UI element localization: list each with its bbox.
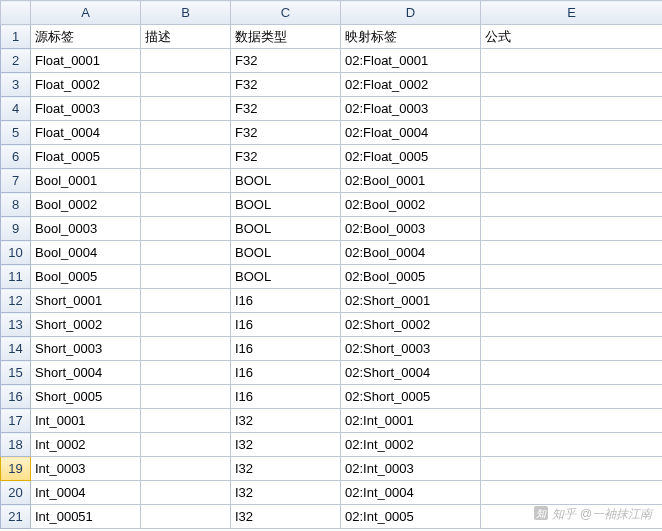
cell-C[interactable]: BOOL <box>231 193 341 217</box>
cell-D[interactable]: 02:Short_0004 <box>341 361 481 385</box>
cell-A[interactable]: Float_0001 <box>31 49 141 73</box>
row-header[interactable]: 12 <box>1 289 31 313</box>
cell-C[interactable]: BOOL <box>231 241 341 265</box>
cell-C[interactable]: I16 <box>231 361 341 385</box>
cell-E[interactable] <box>481 73 663 97</box>
cell-D[interactable]: 02:Int_0005 <box>341 505 481 529</box>
cell-D[interactable]: 02:Short_0002 <box>341 313 481 337</box>
row-header[interactable]: 4 <box>1 97 31 121</box>
cell-B[interactable] <box>141 97 231 121</box>
cell-D[interactable]: 02:Bool_0001 <box>341 169 481 193</box>
cell-E[interactable] <box>481 313 663 337</box>
cell-C[interactable]: F32 <box>231 49 341 73</box>
col-header-E[interactable]: E <box>481 1 663 25</box>
cell-E[interactable] <box>481 385 663 409</box>
cell-C[interactable]: 数据类型 <box>231 25 341 49</box>
cell-B[interactable]: 描述 <box>141 25 231 49</box>
cell-C[interactable]: BOOL <box>231 265 341 289</box>
cell-A[interactable]: Float_0004 <box>31 121 141 145</box>
cell-C[interactable]: BOOL <box>231 217 341 241</box>
cell-A[interactable]: Short_0002 <box>31 313 141 337</box>
cell-B[interactable] <box>141 193 231 217</box>
cell-E[interactable] <box>481 217 663 241</box>
cell-D[interactable]: 02:Int_0003 <box>341 457 481 481</box>
col-header-C[interactable]: C <box>231 1 341 25</box>
cell-C[interactable]: F32 <box>231 73 341 97</box>
cell-D[interactable]: 02:Bool_0003 <box>341 217 481 241</box>
cell-A[interactable]: Short_0004 <box>31 361 141 385</box>
cell-C[interactable]: I32 <box>231 409 341 433</box>
col-header-B[interactable]: B <box>141 1 231 25</box>
row-header[interactable]: 8 <box>1 193 31 217</box>
cell-C[interactable]: I32 <box>231 457 341 481</box>
cell-E[interactable] <box>481 505 663 529</box>
cell-A[interactable]: Float_0002 <box>31 73 141 97</box>
cell-B[interactable] <box>141 361 231 385</box>
cell-A[interactable]: Short_0005 <box>31 385 141 409</box>
row-header[interactable]: 6 <box>1 145 31 169</box>
cell-D[interactable]: 02:Int_0001 <box>341 409 481 433</box>
row-header[interactable]: 14 <box>1 337 31 361</box>
cell-D[interactable]: 02:Float_0005 <box>341 145 481 169</box>
row-header[interactable]: 11 <box>1 265 31 289</box>
cell-E[interactable] <box>481 97 663 121</box>
cell-C[interactable]: BOOL <box>231 169 341 193</box>
cell-B[interactable] <box>141 49 231 73</box>
cell-B[interactable] <box>141 337 231 361</box>
cell-A[interactable]: Int_0003 <box>31 457 141 481</box>
cell-B[interactable] <box>141 313 231 337</box>
col-header-A[interactable]: A <box>31 1 141 25</box>
row-header[interactable]: 9 <box>1 217 31 241</box>
cell-E[interactable]: 公式 <box>481 25 663 49</box>
row-header[interactable]: 19 <box>1 457 31 481</box>
row-header[interactable]: 3 <box>1 73 31 97</box>
cell-C[interactable]: I16 <box>231 313 341 337</box>
row-header[interactable]: 15 <box>1 361 31 385</box>
row-header[interactable]: 13 <box>1 313 31 337</box>
cell-D[interactable]: 映射标签 <box>341 25 481 49</box>
cell-C[interactable]: F32 <box>231 97 341 121</box>
cell-A[interactable]: Float_0003 <box>31 97 141 121</box>
cell-E[interactable] <box>481 169 663 193</box>
spreadsheet-grid[interactable]: A B C D E 1源标签描述数据类型映射标签公式2Float_0001F32… <box>0 0 662 529</box>
row-header[interactable]: 17 <box>1 409 31 433</box>
cell-A[interactable]: Int_00051 <box>31 505 141 529</box>
cell-D[interactable]: 02:Int_0002 <box>341 433 481 457</box>
row-header[interactable]: 21 <box>1 505 31 529</box>
cell-E[interactable] <box>481 49 663 73</box>
cell-D[interactable]: 02:Bool_0002 <box>341 193 481 217</box>
cell-E[interactable] <box>481 481 663 505</box>
cell-E[interactable] <box>481 145 663 169</box>
cell-A[interactable]: Int_0001 <box>31 409 141 433</box>
cell-A[interactable]: Bool_0003 <box>31 217 141 241</box>
cell-B[interactable] <box>141 73 231 97</box>
cell-D[interactable]: 02:Float_0001 <box>341 49 481 73</box>
cell-A[interactable]: Int_0004 <box>31 481 141 505</box>
cell-B[interactable] <box>141 385 231 409</box>
cell-A[interactable]: Bool_0005 <box>31 265 141 289</box>
col-header-D[interactable]: D <box>341 1 481 25</box>
cell-C[interactable]: I32 <box>231 433 341 457</box>
cell-C[interactable]: I32 <box>231 481 341 505</box>
cell-A[interactable]: Bool_0002 <box>31 193 141 217</box>
cell-C[interactable]: I16 <box>231 289 341 313</box>
cell-B[interactable] <box>141 433 231 457</box>
cell-A[interactable]: Int_0002 <box>31 433 141 457</box>
row-header[interactable]: 2 <box>1 49 31 73</box>
cell-E[interactable] <box>481 241 663 265</box>
cell-E[interactable] <box>481 121 663 145</box>
cell-B[interactable] <box>141 217 231 241</box>
row-header[interactable]: 10 <box>1 241 31 265</box>
cell-D[interactable]: 02:Float_0002 <box>341 73 481 97</box>
row-header[interactable]: 18 <box>1 433 31 457</box>
cell-B[interactable] <box>141 457 231 481</box>
cell-D[interactable]: 02:Float_0004 <box>341 121 481 145</box>
cell-B[interactable] <box>141 409 231 433</box>
cell-C[interactable]: I16 <box>231 385 341 409</box>
cell-B[interactable] <box>141 289 231 313</box>
cell-D[interactable]: 02:Short_0003 <box>341 337 481 361</box>
cell-D[interactable]: 02:Short_0005 <box>341 385 481 409</box>
cell-D[interactable]: 02:Short_0001 <box>341 289 481 313</box>
cell-C[interactable]: F32 <box>231 121 341 145</box>
cell-C[interactable]: I16 <box>231 337 341 361</box>
